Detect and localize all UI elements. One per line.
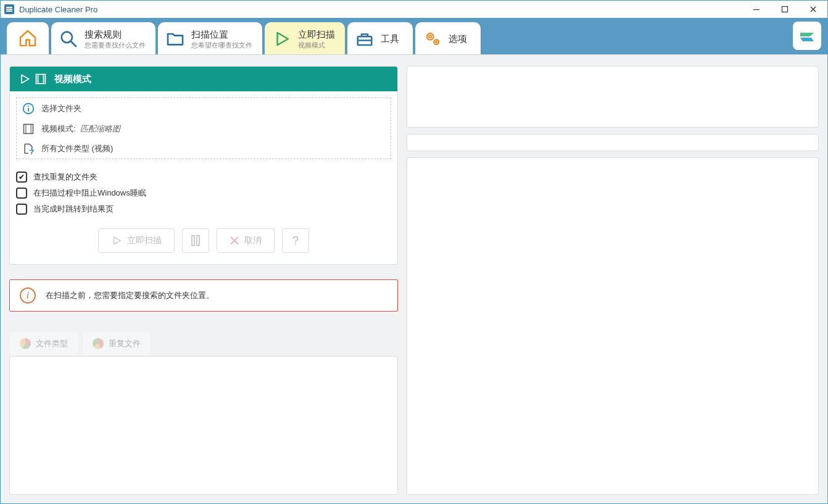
app-title: Duplicate Cleaner Pro	[19, 5, 97, 14]
svg-rect-31	[197, 236, 199, 246]
tab-tools-title: 工具	[381, 33, 399, 45]
video-mode-header: 视频模式	[10, 67, 397, 91]
subtab-dup-files-label: 重复文件	[109, 338, 141, 349]
subtab-dup-files[interactable]: 重复文件	[82, 331, 151, 356]
right-panel-1	[407, 66, 819, 128]
play-outline-icon	[19, 73, 31, 85]
gear-icon	[423, 30, 442, 48]
tab-search-rules[interactable]: 搜索规则 您需要查找什么文件	[51, 22, 155, 54]
window-close-button[interactable]	[799, 1, 827, 18]
alert-info-icon: i	[20, 287, 36, 304]
video-mode-title: 视频模式	[54, 73, 91, 85]
row-select-folder[interactable]: 选择文件夹	[17, 98, 391, 119]
window-minimize-button[interactable]	[742, 1, 771, 18]
header-icons	[19, 73, 47, 85]
tab-location-sub: 您希望在哪查找文件	[191, 41, 252, 49]
app-icon	[4, 4, 14, 14]
pie-icon	[20, 338, 31, 349]
video-mode-label: 视频模式:	[41, 124, 76, 133]
checkbox-prevent-sleep[interactable]	[16, 188, 27, 199]
right-panel-2	[407, 134, 819, 151]
checkbox-goto-results[interactable]	[16, 204, 27, 215]
svg-rect-4	[782, 7, 788, 12]
right-panel-3	[407, 157, 819, 495]
svg-rect-30	[192, 236, 194, 246]
svg-point-12	[429, 35, 431, 38]
pause-icon	[191, 235, 200, 246]
title-bar: Duplicate Cleaner Pro	[1, 1, 827, 18]
play-icon	[272, 30, 292, 48]
filmstrip-icon	[35, 73, 47, 85]
tab-location-title: 扫描位置	[191, 28, 252, 41]
close-icon	[230, 236, 239, 246]
pause-button[interactable]	[182, 228, 209, 253]
alert-message: 在扫描之前，您需要指定要搜索的文件夹位置。	[46, 290, 214, 301]
subtab-file-types-label: 文件类型	[36, 338, 68, 349]
tab-search-title: 搜索规则	[85, 28, 146, 41]
opt-dup-folders[interactable]: 查找重复的文件夹	[16, 169, 397, 185]
svg-point-11	[427, 33, 434, 40]
select-folder-label: 选择文件夹	[41, 103, 81, 114]
scan-now-button[interactable]: 立即扫描	[98, 228, 175, 253]
scan-now-label: 立即扫描	[127, 235, 162, 246]
svg-rect-2	[6, 10, 12, 12]
svg-rect-26	[28, 108, 29, 112]
right-column	[407, 66, 819, 495]
row-video-mode[interactable]: 视频模式: 匹配缩略图	[17, 119, 391, 139]
filmstrip-small-icon	[22, 123, 35, 135]
svg-line-8	[71, 41, 76, 46]
svg-rect-1	[6, 9, 12, 10]
alert-box: i 在扫描之前，您需要指定要搜索的文件夹位置。	[9, 279, 398, 312]
tab-options-title: 选项	[449, 33, 467, 45]
help-button[interactable]: ?	[282, 228, 309, 253]
options-list: 查找重复的文件夹 在扫描过程中阻止Windows睡眠 当完成时跳转到结果页	[10, 165, 397, 226]
folder-icon	[165, 28, 185, 49]
app-window: Duplicate Cleaner Pro 搜索规则 您需要查找什么文件	[0, 0, 828, 504]
brand-logo[interactable]	[793, 22, 821, 50]
tab-home[interactable]	[7, 22, 49, 54]
tab-scan-location[interactable]: 扫描位置 您希望在哪查找文件	[158, 22, 262, 54]
svg-rect-27	[24, 125, 33, 134]
subtab-file-types[interactable]: 文件类型	[9, 331, 78, 356]
opt-goto-results[interactable]: 当完成时跳转到结果页	[16, 201, 397, 217]
svg-point-25	[28, 105, 29, 107]
left-column: 视频模式 选择文件夹	[9, 66, 398, 495]
opt-dup-folders-label: 查找重复的文件夹	[33, 171, 97, 183]
svg-point-14	[436, 41, 437, 43]
pie-icon	[93, 338, 104, 349]
home-icon	[18, 28, 38, 49]
cancel-button[interactable]: 取消	[217, 228, 275, 253]
tab-tools[interactable]: 工具	[347, 22, 413, 54]
sub-tabs: 文件类型 重复文件	[9, 331, 398, 356]
window-maximize-button[interactable]	[771, 1, 799, 18]
toolbox-icon	[355, 30, 375, 48]
main-toolbar: 搜索规则 您需要查找什么文件 扫描位置 您希望在哪查找文件 立即扫描 视频模式	[1, 18, 827, 55]
summary-box: 选择文件夹 视频模式: 匹配缩略图	[16, 97, 391, 159]
results-placeholder	[9, 356, 398, 495]
opt-prevent-sleep[interactable]: 在扫描过程中阻止Windows睡眠	[16, 185, 397, 201]
svg-rect-0	[6, 7, 12, 8]
play-icon	[111, 235, 122, 246]
content-area: 视频模式 选择文件夹	[1, 55, 827, 503]
svg-rect-3	[753, 9, 760, 10]
tab-scan-title: 立即扫描	[298, 28, 335, 41]
file-types-label: 所有文件类型 (视频)	[41, 143, 113, 154]
checkbox-dup-folders[interactable]	[16, 171, 27, 183]
cancel-label: 取消	[244, 235, 262, 246]
video-mode-panel: 视频模式 选择文件夹	[9, 66, 398, 265]
svg-point-13	[434, 39, 439, 44]
opt-prevent-sleep-label: 在扫描过程中阻止Windows睡眠	[33, 188, 146, 199]
tab-scan-now[interactable]: 立即扫描 视频模式	[265, 22, 345, 54]
tab-scan-sub: 视频模式	[298, 41, 335, 49]
file-filter-icon	[22, 143, 35, 155]
info-icon	[22, 102, 35, 115]
row-file-types[interactable]: 所有文件类型 (视频)	[17, 139, 391, 159]
tab-search-sub: 您需要查找什么文件	[85, 41, 146, 49]
tab-options[interactable]: 选项	[415, 22, 481, 54]
action-buttons: 立即扫描 取消	[10, 226, 397, 264]
help-label: ?	[292, 234, 299, 247]
search-icon	[59, 28, 78, 49]
opt-goto-results-label: 当完成时跳转到结果页	[33, 204, 114, 215]
video-mode-value: 匹配缩略图	[80, 124, 120, 133]
